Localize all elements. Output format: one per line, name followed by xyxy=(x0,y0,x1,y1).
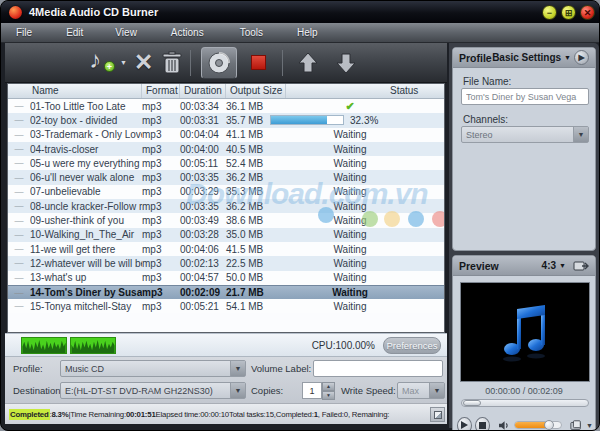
chevron-down-icon[interactable]: ▼ xyxy=(429,383,444,398)
table-row[interactable]: —02-toy box - dividedmp300:03:3135.7 MB3… xyxy=(8,113,444,127)
play-button[interactable] xyxy=(457,417,472,431)
table-row[interactable]: —14-Tom's Diner by Susan Vegamp300:02:09… xyxy=(8,285,444,299)
snapshot-icon[interactable] xyxy=(570,419,584,431)
table-row[interactable]: —15-Tonya mitchell-Staymp300:05:2154.1 M… xyxy=(8,299,444,313)
volume-handle[interactable] xyxy=(544,420,554,430)
elapsed-time: 00:00:10 xyxy=(200,410,229,419)
track-name: 13-what's up xyxy=(30,272,142,283)
copies-value[interactable]: 1 xyxy=(302,382,322,399)
seek-handle[interactable] xyxy=(463,400,481,406)
col-duration[interactable]: Duration xyxy=(180,84,226,98)
track-name: 09-usher-think of you xyxy=(30,215,142,226)
copies-stepper[interactable]: 1 ▲▼ xyxy=(302,382,335,399)
track-status: Waiting xyxy=(270,228,444,242)
chevron-down-icon[interactable]: ▼ xyxy=(230,383,245,398)
menu-actions[interactable]: Actions xyxy=(162,24,213,41)
spin-down-icon[interactable]: ▼ xyxy=(322,391,335,400)
speaker-icon[interactable] xyxy=(499,420,509,431)
col-output-size[interactable]: Output Size xyxy=(226,84,286,98)
task-report-button[interactable] xyxy=(430,407,445,422)
time-remaining: 00:01:51 xyxy=(126,410,156,419)
volume-slider[interactable] xyxy=(514,421,562,429)
table-row[interactable]: —04-travis-closermp300:04:0040.5 MBWaiti… xyxy=(8,142,444,156)
track-name: 11-we will get there xyxy=(30,244,142,255)
menu-help[interactable]: Help xyxy=(288,24,327,41)
burn-button[interactable] xyxy=(201,47,237,79)
destination-select[interactable]: E:(HL-DT-ST DVD-RAM GH22NS30) ▼ xyxy=(60,382,246,399)
chevron-down-icon[interactable]: ▼ xyxy=(573,127,588,142)
table-row[interactable]: —08-uncle kracker-Follow memp300:03:3536… xyxy=(8,199,444,213)
table-row[interactable]: —05-u were my everythingmp300:05:1152.4 … xyxy=(8,156,444,170)
destination-label: Destination: xyxy=(13,385,63,396)
maximize-button[interactable]: ⊞ xyxy=(561,5,576,20)
table-row[interactable]: —10-Walking_In_The_Airmp300:03:2835.0 MB… xyxy=(8,228,444,242)
spin-up-icon[interactable]: ▲ xyxy=(322,382,335,391)
play-icon xyxy=(460,421,468,429)
chevron-down-icon[interactable]: ▼ xyxy=(586,422,593,429)
volume-label: Volume Label: xyxy=(251,363,311,374)
chevron-down-icon[interactable]: ▼ xyxy=(230,361,245,376)
track-size: 40.5 MB xyxy=(226,144,270,155)
track-status: ✔ xyxy=(270,99,444,113)
track-size: 52.4 MB xyxy=(226,158,270,169)
trash-icon xyxy=(160,50,184,76)
move-down-button[interactable] xyxy=(335,51,357,75)
col-format[interactable]: Format xyxy=(142,84,180,98)
stop-button[interactable] xyxy=(251,55,266,70)
table-row[interactable]: —03-Trademark - Only Lovemp300:04:0441.1… xyxy=(8,128,444,142)
status-waiting: Waiting xyxy=(270,272,430,283)
menu-tools[interactable]: Tools xyxy=(231,24,272,41)
track-status: Waiting xyxy=(270,128,444,142)
report-icon xyxy=(434,411,442,419)
channels-select[interactable]: Stereo ▼ xyxy=(461,126,589,143)
menu-edit[interactable]: Edit xyxy=(57,24,92,41)
table-row[interactable]: —13-what's upmp300:04:5750.0 MBWaiting xyxy=(8,271,444,285)
clear-list-button[interactable] xyxy=(160,50,184,76)
write-speed-value: Max xyxy=(398,386,429,396)
detach-preview-icon[interactable] xyxy=(573,260,589,272)
expand-settings-button[interactable]: ▶ xyxy=(574,50,589,65)
stop-icon xyxy=(479,422,486,429)
track-status: Waiting xyxy=(270,156,444,170)
minimize-button[interactable]: − xyxy=(542,5,557,20)
track-status: Waiting xyxy=(270,170,444,184)
move-up-button[interactable] xyxy=(297,51,319,75)
preferences-button[interactable]: Preferences xyxy=(383,337,441,354)
table-body: —01-Too Little Too Latemp300:03:3436.1 M… xyxy=(8,99,444,332)
close-button[interactable]: ✕ xyxy=(580,5,595,20)
track-size: 35.0 MB xyxy=(226,229,270,240)
status-waiting: Waiting xyxy=(270,258,430,269)
seek-slider[interactable] xyxy=(461,399,589,407)
table-row[interactable]: —01-Too Little Too Latemp300:03:3436.1 M… xyxy=(8,99,444,113)
table-row[interactable]: —07-unbelievablemp300:03:2935.3 MBWaitin… xyxy=(8,185,444,199)
table-row[interactable]: —11-we will get theremp300:04:0641.5 MBW… xyxy=(8,242,444,256)
row-grip-icon: — xyxy=(8,187,30,197)
menu-file[interactable]: File xyxy=(7,24,41,41)
profile-select[interactable]: Music CD ▼ xyxy=(60,360,246,377)
track-size: 38.6 MB xyxy=(226,215,270,226)
write-speed-select[interactable]: Max ▼ xyxy=(397,382,445,399)
completed-check-icon: ✔ xyxy=(270,100,430,113)
status-waiting: Waiting xyxy=(270,172,430,183)
profile-mode[interactable]: Basic Settings xyxy=(492,52,561,63)
remove-track-button[interactable]: ✕ xyxy=(134,49,153,76)
col-name[interactable]: Name xyxy=(8,84,142,98)
chevron-down-icon[interactable]: ▼ xyxy=(564,54,571,61)
preview-video xyxy=(460,282,590,382)
table-row[interactable]: —09-usher-think of yoump300:03:4938.6 MB… xyxy=(8,213,444,227)
track-format: mp3 xyxy=(142,129,180,140)
volume-label-input[interactable] xyxy=(313,360,443,377)
chevron-down-icon[interactable]: ▼ xyxy=(559,262,566,269)
profile-value: Music CD xyxy=(61,364,230,374)
table-row[interactable]: —06-u'll never walk alonemp300:03:3536.2… xyxy=(8,170,444,184)
track-format: mp3 xyxy=(142,158,180,169)
menu-bar: File Edit View Actions Tools Help xyxy=(1,23,600,43)
aspect-ratio[interactable]: 4:3 xyxy=(542,260,556,271)
stop-playback-button[interactable] xyxy=(475,417,490,431)
menu-view[interactable]: View xyxy=(106,24,146,41)
file-name-input[interactable] xyxy=(461,88,589,105)
track-size: 41.1 MB xyxy=(226,129,270,140)
add-track-button[interactable]: ♪ + ▼ xyxy=(87,47,127,79)
table-row[interactable]: —12-whatever will be will bemp300:02:132… xyxy=(8,256,444,270)
col-status[interactable]: Status xyxy=(286,84,444,98)
